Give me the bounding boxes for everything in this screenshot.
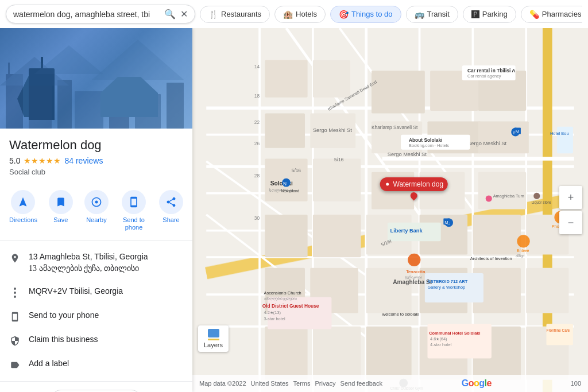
svg-rect-46 [478, 121, 529, 153]
svg-rect-2 [29, 86, 52, 129]
pill-restaurants[interactable]: 🍴 Restaurants [200, 6, 270, 23]
zoom-level: 100 [571, 380, 581, 387]
svg-text:Frontline Cafe: Frontline Cafe [546, 328, 570, 332]
zoom-out-button[interactable]: − [559, 211, 582, 234]
map-area[interactable]: Sergo Meskhi St Sergo Meskhi St Amaghleb… [192, 28, 588, 392]
pill-pharmacies[interactable]: 💊 Pharmacies [521, 6, 582, 23]
svg-text:5/16: 5/16 [334, 157, 344, 162]
action-buttons: Directions Save Nearby Send to phone [0, 181, 192, 241]
svg-text:Hotel Bou: Hotel Bou [550, 131, 569, 136]
save-icon [49, 190, 73, 214]
pill-hotels[interactable]: 🏨 Hotels [274, 6, 326, 23]
svg-text:ამაღლების ეკლესია: ამაღლების ეკლესია [264, 296, 297, 301]
svg-rect-6 [135, 94, 161, 129]
location-pin-icon [9, 253, 21, 264]
pill-pharmacies-label: Pharmacies [542, 10, 582, 18]
google-logo: Google [462, 378, 492, 389]
plus-code-text: MQRV+2V Tbilisi, Georgia [29, 286, 123, 297]
place-type: Social club [9, 168, 183, 176]
shield-icon [9, 335, 21, 347]
save-button[interactable]: Save [44, 188, 78, 234]
pill-things-to-do-label: Things to do [351, 10, 393, 18]
svg-text:Communal Hotel Sololaki: Communal Hotel Sololaki [429, 331, 480, 336]
place-rating: 5.0 ★★★★★ 84 reviews [9, 156, 183, 165]
pin-bubble: Watermelon dog [380, 177, 448, 191]
map-terms[interactable]: Terms [293, 380, 311, 387]
svg-text:ანჩვი: ანჩვი [516, 254, 524, 258]
claim-business-row[interactable]: Claim this business [0, 328, 192, 352]
pharmacies-icon: 💊 [529, 10, 539, 19]
svg-text:ტერაკოტა: ტერაკოტა [405, 275, 422, 280]
layers-button[interactable]: Layers [198, 325, 229, 352]
pill-things-to-do[interactable]: 🎯 Things to do [330, 6, 401, 23]
things-to-do-icon: 🎯 [339, 10, 349, 19]
map-region[interactable]: United States [251, 380, 289, 387]
svg-text:30: 30 [254, 215, 260, 221]
search-input[interactable] [13, 10, 160, 19]
svg-text:4.2★(13): 4.2★(13) [264, 310, 281, 315]
close-icon[interactable]: ✕ [180, 9, 188, 20]
pill-transit[interactable]: 🚌 Transit [406, 6, 458, 23]
plus-code-row[interactable]: MQRV+2V Tbilisi, Georgia [0, 280, 192, 304]
share-label: Share [163, 216, 179, 224]
svg-text:Amaghleba Turn: Amaghleba Turn [493, 193, 524, 199]
map-attribution: Map data ©2022 United States Terms Priva… [199, 380, 382, 387]
map-pin[interactable]: Watermelon dog [380, 177, 448, 199]
svg-point-135 [386, 183, 389, 185]
suggest-edit-button[interactable]: Suggest an edit [51, 390, 141, 392]
svg-rect-59 [526, 268, 568, 313]
svg-text:Liquor store: Liquor store [531, 200, 551, 205]
search-icon[interactable]: 🔍 [164, 9, 176, 20]
restaurants-icon: 🍴 [208, 10, 218, 19]
pin-label: Watermelon dog [393, 180, 444, 188]
svg-rect-60 [265, 327, 307, 380]
svg-text:About Sololaki: About Sololaki [409, 137, 442, 143]
svg-text:Terracotta: Terracotta [406, 269, 425, 274]
svg-rect-7 [167, 83, 184, 129]
nav-pills: 🍴 Restaurants 🏨 Hotels 🎯 Things to do 🚌 … [200, 6, 582, 23]
add-label-row[interactable]: Add a label [0, 352, 192, 377]
parking-icon: 🅿 [471, 10, 479, 19]
phone-icon [9, 311, 21, 323]
svg-rect-1 [8, 63, 10, 77]
svg-rect-62 [366, 327, 412, 380]
review-count[interactable]: 84 reviews [64, 156, 103, 165]
map-privacy[interactable]: Privacy [315, 380, 336, 387]
svg-text:22: 22 [254, 119, 260, 125]
svg-point-110 [486, 195, 492, 201]
suggest-edit-section: Suggest an edit [0, 382, 192, 392]
svg-text:Liberty Bank: Liberty Bank [390, 228, 423, 234]
svg-text:Ascension's Church: Ascension's Church [264, 290, 301, 296]
svg-rect-105 [546, 324, 572, 345]
svg-text:4-star hotel: 4-star hotel [430, 342, 451, 347]
send-to-phone-row[interactable]: Send to your phone [0, 304, 192, 328]
svg-point-129 [533, 193, 540, 199]
map-background: Sergo Meskhi St Sergo Meskhi St Amaghleb… [192, 28, 588, 392]
share-button[interactable]: Share [154, 188, 188, 234]
svg-text:Sergo Meskhi St: Sergo Meskhi St [388, 152, 427, 157]
map-feedback[interactable]: Send feedback [341, 380, 382, 387]
zoom-control: 100 [571, 380, 581, 387]
svg-text:Gallery & Workshop: Gallery & Workshop [427, 285, 465, 290]
svg-text:14: 14 [254, 64, 260, 69]
add-label-text: Add a label [29, 358, 69, 370]
label-icon [9, 359, 21, 371]
svg-text:N: N [283, 181, 287, 187]
zoom-in-button[interactable]: + [559, 186, 582, 209]
send-to-phone-button[interactable]: Send to phone [115, 188, 152, 234]
svg-rect-35 [265, 114, 305, 148]
address-row[interactable]: 13 Amaghleba St, Tbilisi, Georgia 13 ამა… [0, 246, 192, 280]
pill-parking-label: Parking [482, 10, 508, 18]
share-icon [159, 190, 183, 214]
pill-parking[interactable]: 🅿 Parking [463, 6, 516, 23]
top-nav: 🔍 ✕ 🍴 Restaurants 🏨 Hotels 🎯 Things to d… [0, 0, 588, 28]
layers-icon [208, 329, 219, 340]
nearby-label: Nearby [86, 216, 106, 224]
svg-rect-3 [57, 80, 72, 129]
transit-icon: 🚌 [415, 10, 424, 19]
directions-button[interactable]: Directions [5, 188, 42, 234]
rating-number: 5.0 [9, 156, 20, 165]
nearby-button[interactable]: Nearby [80, 188, 113, 234]
svg-text:Newsstand: Newsstand [281, 189, 299, 193]
pin-dot [409, 191, 419, 200]
